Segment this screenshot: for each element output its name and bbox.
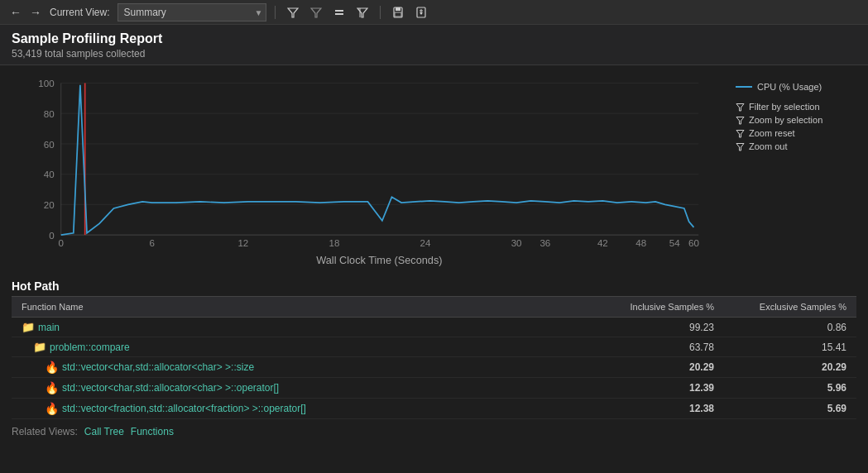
svg-text:36: 36 [540, 238, 550, 248]
svg-text:80: 80 [44, 109, 55, 119]
svg-text:42: 42 [597, 238, 608, 248]
hotpath-section: Hot Path Function Name Inclusive Samples… [0, 276, 868, 421]
inclusive-cell: 12.38 [585, 402, 717, 415]
table-header: Function Name Inclusive Samples % Exclus… [12, 296, 856, 318]
function-link[interactable]: main [38, 322, 60, 333]
function-cell: 🔥 std::vector<char,std::allocator<char> … [41, 380, 585, 395]
current-view-label: Current View: [50, 7, 109, 18]
svg-rect-8 [395, 12, 401, 17]
function-cell: 📁 problem::compare [30, 340, 585, 354]
svg-marker-0 [288, 8, 298, 17]
exclusive-cell: 15.41 [717, 341, 850, 354]
function-cell: 📁 main [18, 320, 585, 334]
export-button[interactable] [412, 5, 430, 20]
table-row: 🔥 std::vector<char,std::allocator<char> … [12, 357, 856, 378]
flame-icon: 🔥 [45, 381, 59, 394]
cpu-chart[interactable]: 100 80 60 40 20 0 0 6 12 18 24 30 36 42 … [8, 74, 727, 273]
zoom-out-label: Zoom out [749, 141, 787, 151]
zoom-reset-action[interactable]: Zoom reset [736, 128, 860, 138]
svg-text:100: 100 [38, 79, 54, 88]
related-views-label: Related Views: [12, 426, 78, 437]
svg-rect-3 [335, 13, 343, 15]
zoom-reset-label: Zoom reset [749, 128, 795, 138]
svg-text:18: 18 [329, 238, 340, 248]
table-row: 🔥 std::vector<char,std::allocator<char> … [12, 378, 856, 399]
zoom-by-selection-label: Zoom by selection [749, 115, 822, 125]
toolbar-separator-1 [275, 6, 276, 19]
zoom-out-action[interactable]: Zoom out [736, 141, 860, 151]
exclusive-cell: 0.86 [717, 321, 850, 334]
table-row: 📁 main 99.23 0.86 [12, 318, 856, 337]
inclusive-cell: 63.78 [585, 341, 717, 354]
function-link[interactable]: problem::compare [50, 342, 130, 353]
col-inclusive: Inclusive Samples % [585, 300, 717, 313]
inclusive-cell: 12.39 [585, 381, 717, 394]
svg-text:54: 54 [669, 238, 680, 248]
svg-rect-2 [335, 10, 343, 12]
function-link[interactable]: std::vector<fraction,std::allocator<frac… [62, 403, 306, 414]
flame-icon: 🔥 [45, 402, 59, 415]
cpu-legend-line [736, 86, 752, 88]
report-title: Sample Profiling Report [12, 31, 856, 46]
filter-icon-1 [287, 7, 299, 18]
view-select-wrapper: Summary Call Tree Functions ▼ [117, 3, 266, 22]
col-function-name: Function Name [18, 300, 585, 313]
chart-container: 100 80 60 40 20 0 0 6 12 18 24 30 36 42 … [0, 65, 868, 276]
report-header: Sample Profiling Report 53,419 total sam… [0, 25, 868, 65]
hotpath-title: Hot Path [12, 280, 856, 293]
svg-text:60: 60 [44, 140, 55, 150]
function-link[interactable]: std::vector<char,std::allocator<char> >:… [62, 361, 254, 373]
filter-by-selection-label: Filter by selection [749, 102, 820, 112]
filter-by-selection-action[interactable]: Filter by selection [736, 102, 860, 112]
forward-button[interactable]: → [26, 5, 45, 20]
inclusive-cell: 20.29 [585, 361, 717, 374]
filter-icon-2 [310, 7, 322, 18]
folder-icon: 📁 [22, 321, 35, 333]
cpu-legend-label: CPU (% Usage) [757, 82, 822, 92]
export-icon [415, 7, 427, 18]
folder-icon: 📁 [33, 341, 46, 353]
filter-by-selection-icon [736, 103, 745, 112]
svg-marker-12 [420, 12, 423, 15]
related-views: Related Views: Call Tree Functions [0, 421, 868, 442]
inclusive-cell: 99.23 [585, 321, 717, 334]
toolbar: ← → Current View: Summary Call Tree Func… [0, 0, 868, 25]
zoom-by-selection-action[interactable]: Zoom by selection [736, 115, 860, 125]
save-button[interactable] [389, 5, 407, 20]
svg-text:Wall Clock Time (Seconds): Wall Clock Time (Seconds) [316, 255, 442, 266]
svg-text:20: 20 [44, 200, 55, 210]
svg-rect-7 [396, 7, 400, 11]
mode-icon-1 [333, 7, 345, 18]
mode-icon-2 [357, 7, 368, 18]
function-cell: 🔥 std::vector<char,std::allocator<char> … [41, 360, 585, 375]
chart-legend: CPU (% Usage) Filter by selection Zoom b… [727, 74, 860, 273]
back-button[interactable]: ← [7, 5, 25, 20]
flame-icon: 🔥 [45, 361, 59, 374]
mode-button-2[interactable] [353, 5, 372, 20]
svg-text:12: 12 [237, 238, 248, 248]
table-row: 🔥 std::vector<fraction,std::allocator<fr… [12, 399, 856, 419]
zoom-by-selection-icon [736, 116, 745, 125]
filter-button-1[interactable] [284, 5, 302, 20]
mode-button-1[interactable] [330, 5, 348, 20]
svg-text:6: 6 [150, 238, 155, 248]
functions-link[interactable]: Functions [131, 426, 174, 437]
exclusive-cell: 5.69 [717, 402, 850, 415]
svg-text:30: 30 [511, 238, 522, 248]
call-tree-link[interactable]: Call Tree [84, 426, 124, 437]
svg-text:48: 48 [635, 238, 646, 248]
exclusive-cell: 20.29 [717, 361, 850, 374]
function-cell: 🔥 std::vector<fraction,std::allocator<fr… [41, 401, 585, 416]
table-row: 📁 problem::compare 63.78 15.41 [12, 337, 856, 357]
svg-marker-1 [311, 8, 321, 17]
cpu-legend-item: CPU (% Usage) [736, 82, 860, 92]
zoom-out-icon [736, 142, 745, 151]
filter-button-2[interactable] [307, 5, 325, 20]
report-subtitle: 53,419 total samples collected [12, 48, 856, 60]
svg-marker-43 [736, 143, 744, 150]
save-icon [392, 7, 404, 18]
view-select[interactable]: Summary Call Tree Functions [117, 3, 266, 22]
function-link[interactable]: std::vector<char,std::allocator<char> >:… [62, 382, 279, 394]
svg-marker-41 [736, 117, 744, 124]
svg-marker-4 [357, 8, 367, 17]
